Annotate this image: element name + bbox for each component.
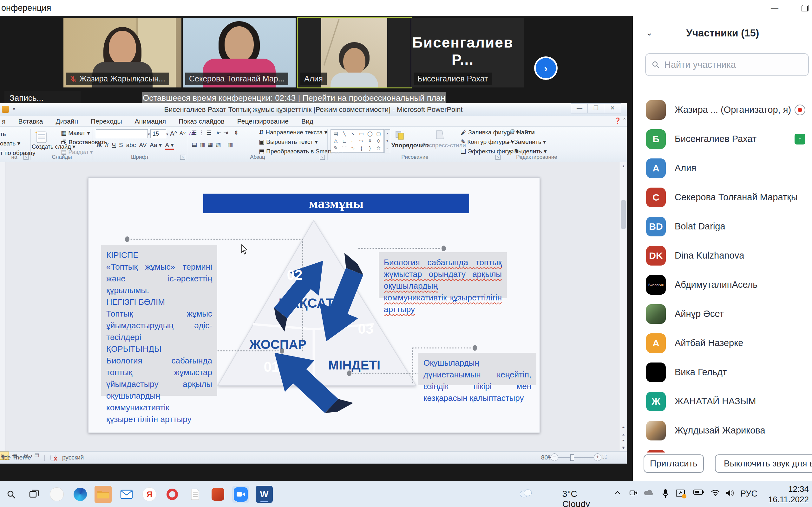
opera-browser-icon[interactable]	[164, 486, 181, 503]
word-app-icon[interactable]: W	[256, 486, 273, 503]
font-size-combo[interactable]: 15▾	[150, 129, 168, 138]
battery-tray-icon[interactable]	[693, 489, 704, 497]
scroll-down-icon[interactable]: ▼	[620, 444, 627, 451]
vertical-scrollbar[interactable]: ▲ ⏶⏶ ⏷⏷ ▼	[620, 162, 627, 451]
shape-glyph-icon[interactable]: ⌐	[351, 138, 354, 144]
invite-button[interactable]: Пригласить	[644, 454, 704, 473]
font-style-button[interactable]: abc	[126, 142, 136, 149]
shape-glyph-icon[interactable]: ↘	[351, 131, 355, 136]
participant-row[interactable]: ААйтбай Назерке	[633, 329, 812, 358]
dialog-launcher-icon[interactable]: ↘	[496, 155, 501, 160]
font-family-combo[interactable]: ▾	[96, 129, 150, 138]
participant-row[interactable]: ЖЖАНАТАЙ НАЗЫМ	[633, 387, 812, 416]
shape-glyph-icon[interactable]: ⇩	[368, 138, 372, 144]
slide-right-bottom-text-block[interactable]: Оқушылардың дүниетанымын кеңейтіп, өзінд…	[418, 353, 537, 385]
shape-glyph-icon[interactable]: }	[369, 146, 371, 151]
ppt-tab-Показ слайдов[interactable]: Показ слайдов	[179, 118, 224, 125]
recording-indicator[interactable]: Запись...	[4, 91, 81, 105]
participant-row[interactable]: Жұлдызай Жарикова	[633, 416, 812, 446]
document-app-icon[interactable]	[187, 486, 204, 503]
find-button[interactable]: 🔎 Найти	[507, 129, 535, 136]
weather-cloud-icon[interactable]	[518, 487, 533, 499]
shape-glyph-icon[interactable]: ◇	[377, 138, 380, 144]
participant-row[interactable]: Вика Гельдт	[633, 358, 812, 387]
task-view-icon[interactable]	[26, 486, 43, 503]
shape-glyph-icon[interactable]: ∟	[342, 138, 347, 144]
shape-glyph-icon[interactable]: ▭	[359, 131, 363, 136]
dialog-launcher-icon[interactable]: ↘	[180, 155, 185, 160]
next-videos-button[interactable]: ›	[534, 56, 558, 80]
clock[interactable]: 12:34 16.11.2022	[768, 484, 809, 505]
yandex-browser-icon[interactable]: Я	[141, 486, 158, 503]
participant-row[interactable]: ББисенгалиев Рахат↑	[633, 125, 812, 154]
arrange-icon[interactable]	[395, 130, 405, 142]
ppt-tab-Переходы[interactable]: Переходы	[91, 118, 122, 125]
zoom-slider[interactable]	[558, 457, 594, 458]
video-tile-active-speaker[interactable]: Алия	[297, 17, 412, 89]
font-style-button[interactable]: Aa ▾	[150, 141, 162, 149]
ppt-tab-Дизайн[interactable]: Дизайн	[55, 118, 78, 125]
help-icon[interactable]: ❓	[614, 117, 621, 124]
collapse-ribbon-icon[interactable]: ⌃	[622, 117, 626, 123]
restore-button[interactable]	[798, 4, 812, 13]
ppt-close-button[interactable]: ✕	[604, 103, 621, 113]
alignment-icons[interactable]: ▤▥▦▧ ▥	[192, 141, 235, 148]
font-style-button[interactable]: Ж	[96, 142, 102, 149]
ppt-minimize-button[interactable]: —	[571, 103, 588, 113]
align-text-button[interactable]: ▣ Выровнять текст ▾	[259, 138, 318, 146]
language-indicator[interactable]: РУС	[740, 489, 757, 499]
edge-browser-icon[interactable]	[72, 486, 89, 503]
slide-thumbnails-strip[interactable]	[0, 162, 5, 451]
meeting-time-banner[interactable]: Оставшееся время конференции: 02:43 | Пе…	[142, 92, 446, 104]
ppt-maximize-button[interactable]: ❐	[588, 103, 605, 113]
shape-glyph-icon[interactable]: ⌒	[342, 145, 347, 151]
file-explorer-icon[interactable]	[95, 486, 112, 503]
ppt-tab-partial[interactable]: я	[2, 118, 5, 125]
shapes-gallery[interactable]: ▤╲↘▭◯▢△∟⌐⇨⇩◇✎⌒∿{}☆	[331, 129, 384, 153]
participant-row[interactable]: DKDina Kulzhanova	[633, 241, 812, 271]
participant-row[interactable]: К	[633, 446, 812, 452]
grow-font-button[interactable]: А^	[170, 130, 177, 137]
shape-glyph-icon[interactable]: △	[334, 138, 338, 144]
tray-chevron-icon[interactable]	[613, 489, 622, 498]
taskbar-search-icon[interactable]	[3, 486, 20, 503]
font-style-button[interactable]: S	[119, 142, 123, 149]
participant-row[interactable]: БиологияАбдимуталипАсель	[633, 271, 812, 300]
new-slide-button[interactable]: Создать слайд ▾	[32, 143, 58, 150]
shape-glyph-icon[interactable]: ✎	[334, 145, 338, 151]
mail-app-icon[interactable]	[118, 486, 135, 503]
ppt-tab-Вставка[interactable]: Вставка	[18, 118, 43, 125]
participant-row[interactable]: Жазира ... (Организатор, я)	[633, 96, 812, 125]
new-slide-icon[interactable]	[34, 130, 53, 144]
zoom-out-icon[interactable]: −	[551, 453, 558, 461]
language-label[interactable]: русский	[62, 454, 84, 461]
ppt-tab-Анимация[interactable]: Анимация	[135, 118, 166, 125]
mute-all-button[interactable]: Выключить звук для в	[715, 454, 812, 473]
participant-row[interactable]: BDBolat Dariga	[633, 212, 812, 241]
replace-button[interactable]: ⇄ Заменить ▾	[507, 138, 546, 146]
dialog-launcher-icon[interactable]: ↘	[23, 155, 29, 160]
shape-glyph-icon[interactable]: ╲	[343, 131, 346, 136]
previous-slide-icon[interactable]: ⏶⏶	[620, 424, 627, 431]
shape-glyph-icon[interactable]: ◯	[367, 131, 373, 136]
font-style-button[interactable]: Ч	[112, 142, 116, 149]
zoom-app-icon[interactable]	[232, 486, 249, 503]
list-and-indent-icons[interactable]: ☰⋮☰ ⇤⇥ ⇕	[192, 129, 241, 136]
slideshow-icon[interactable]: 🗖	[32, 452, 41, 460]
shapes-scroll-icons[interactable]: ▲▼≡	[385, 129, 390, 153]
font-style-button[interactable]: AV	[139, 142, 147, 149]
shape-outline-button[interactable]: ✎ Контур фигуры ▾	[461, 138, 514, 146]
onedrive-cloud-icon[interactable]	[644, 489, 654, 498]
weather-label[interactable]: 3°C Cloudy	[562, 489, 590, 507]
camera-tray-icon[interactable]	[629, 489, 638, 498]
shape-glyph-icon[interactable]: ▢	[376, 131, 380, 136]
slide-canvas[interactable]: мазмұны	[88, 177, 540, 433]
dialog-launcher-icon[interactable]: ↘	[320, 155, 325, 160]
ppt-titlebar[interactable]: ▾ Бисенгалиев Рахат Топтық жұмыс құзірет…	[0, 103, 627, 116]
microphone-tray-icon[interactable]	[662, 489, 669, 500]
ppt-tab-Вид[interactable]: Вид	[301, 118, 313, 125]
scrollbar-thumb[interactable]	[621, 200, 626, 229]
shape-glyph-icon[interactable]: ⇨	[359, 138, 363, 144]
wifi-tray-icon[interactable]	[711, 489, 720, 498]
spellcheck-icon[interactable]	[50, 454, 58, 463]
